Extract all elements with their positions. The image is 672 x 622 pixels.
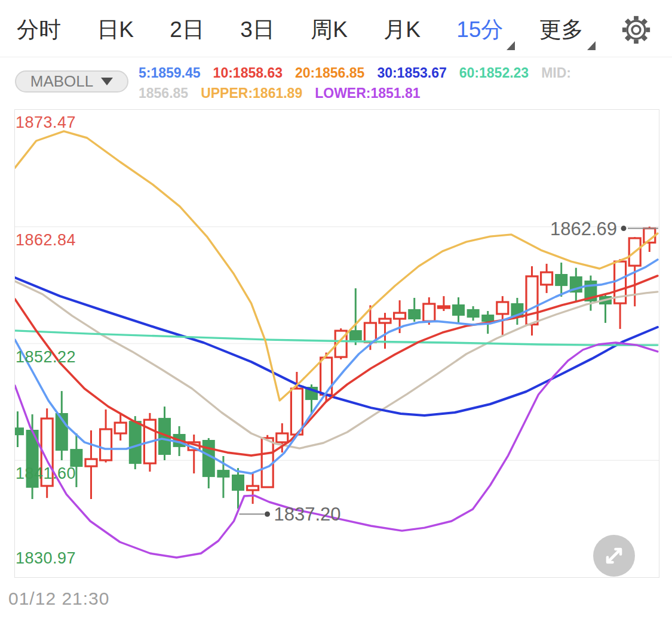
price-axis-label: 1830.97	[16, 549, 76, 568]
current-price-marker: 1862.69	[550, 218, 658, 239]
candle-down	[203, 438, 214, 488]
indicator-legend-value: 1856.85	[139, 85, 188, 101]
price-axis-label: 1852.22	[16, 348, 76, 367]
candle-up	[100, 409, 112, 463]
candle-down	[453, 297, 464, 322]
candle-down	[27, 414, 38, 499]
candle-down	[570, 268, 582, 302]
candle-up	[115, 413, 126, 441]
tab-3day[interactable]: 3日	[240, 15, 275, 45]
candle-down	[350, 288, 361, 345]
candle-up	[438, 296, 449, 311]
candle-down	[15, 411, 23, 447]
dropdown-wedge-icon	[587, 41, 596, 50]
last-update-timestamp: 01/12 21:30	[8, 589, 109, 609]
indicator-legend-value: 10:1858.63	[213, 65, 283, 81]
period-tab-bar: 分时日K2日3日周K月K15分更多	[0, 0, 672, 57]
settings-button[interactable]	[619, 13, 653, 47]
dropdown-wedge-icon	[507, 41, 515, 50]
tab-day-k[interactable]: 日K	[97, 15, 134, 45]
indicator-selector-button[interactable]: MABOLL	[15, 70, 128, 93]
svg-text:1837.20: 1837.20	[274, 504, 341, 525]
indicator-legend: 5:1859.4510:1858.6320:1856.8530:1853.676…	[139, 63, 667, 103]
indicator-legend-value: 20:1856.85	[295, 65, 364, 81]
tab-more[interactable]: 更多	[539, 15, 584, 45]
candle-up	[497, 296, 508, 335]
indicator-legend-value: UPPER:1861.89	[201, 85, 302, 101]
low-price-marker: 1837.20	[240, 504, 341, 525]
indicator-legend-value: 30:1853.67	[377, 65, 446, 81]
candlestick-chart-area[interactable]: 1837.201862.69 1873.471862.841852.221841…	[14, 109, 659, 578]
candle-up	[188, 435, 200, 473]
indicator-legend-row: 1856.85UPPER:1861.89LOWER:1851.81	[139, 83, 667, 103]
indicator-legend-value: 5:1859.45	[139, 65, 201, 81]
candle-down	[511, 298, 523, 325]
indicator-legend-value: LOWER:1851.81	[315, 85, 420, 101]
price-axis-label: 1862.84	[16, 231, 76, 250]
candle-down	[409, 298, 420, 322]
expand-arrows-icon	[593, 535, 635, 577]
indicator-legend-row: 5:1859.4510:1858.6320:1856.8530:1853.676…	[139, 63, 667, 83]
candle-up	[615, 259, 626, 329]
candlestick-chart-svg: 1837.201862.69	[15, 110, 659, 577]
indicator-legend-value: MID:	[541, 65, 571, 81]
indicator-legend-value: 60:1852.23	[459, 65, 529, 81]
candle-up	[247, 472, 259, 504]
candle-up	[541, 264, 553, 293]
dropdown-arrow-icon	[101, 78, 113, 85]
tab-week-k[interactable]: 周K	[311, 15, 348, 45]
tab-month-k[interactable]: 月K	[383, 15, 421, 45]
svg-text:1862.69: 1862.69	[550, 218, 617, 239]
indicator-selector-label: MABOLL	[30, 72, 94, 91]
fullscreen-button[interactable]	[593, 535, 635, 577]
candle-down	[585, 276, 596, 311]
price-axis-label: 1873.47	[16, 113, 76, 132]
candle-up	[85, 430, 97, 499]
tab-15min[interactable]: 15分	[456, 15, 503, 45]
tab-time-share[interactable]: 分时	[17, 15, 61, 45]
price-axis-label: 1841.60	[16, 464, 76, 483]
gear-icon	[620, 14, 652, 46]
tab-2day[interactable]: 2日	[170, 15, 204, 45]
candle-down	[468, 306, 479, 321]
